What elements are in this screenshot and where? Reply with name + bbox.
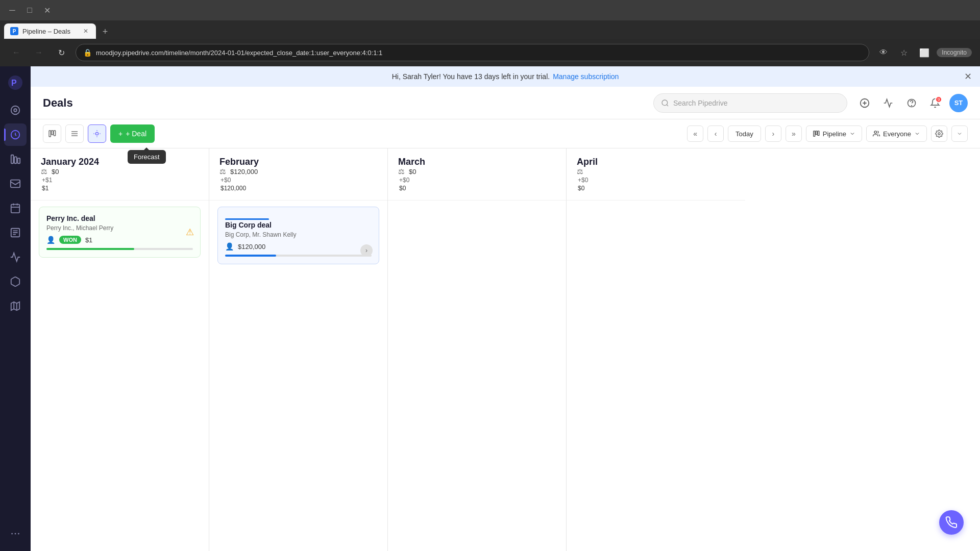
settings-button[interactable]	[931, 126, 947, 142]
deal-person-icon: 👤	[46, 236, 55, 244]
sidebar-item-deals[interactable]	[4, 123, 27, 146]
star-button[interactable]: ☆	[896, 44, 912, 61]
minimize-button[interactable]: ─	[5, 3, 19, 17]
deal-subtitle-bigcorp: Big Corp, Mr. Shawn Kelly	[225, 231, 372, 238]
first-page-button[interactable]: «	[687, 126, 703, 142]
deal-card-bigcorp[interactable]: Big Corp deal Big Corp, Mr. Shawn Kelly …	[217, 207, 379, 264]
view-options-button[interactable]	[951, 126, 968, 142]
month-stats-february: ⚖ $120,000 +$0 $120,000	[219, 167, 377, 196]
avatar[interactable]: ST	[949, 94, 968, 112]
svg-point-32	[938, 133, 940, 135]
svg-point-16	[18, 533, 19, 535]
url-text: moodjoy.pipedrive.com/timeline/month/202…	[96, 49, 382, 57]
month-plus-january: +$1	[41, 177, 199, 184]
view-toolbar: + + Deal « ‹ Today › » Pipeline	[31, 119, 980, 148]
month-column-february: February ⚖ $120,000 +$0 $120,000	[209, 148, 388, 551]
deal-badge-perry: WON	[59, 236, 81, 244]
sidebar-item-reports[interactable]	[4, 221, 27, 244]
url-bar[interactable]: 🔒 moodjoy.pipedrive.com/timeline/month/2…	[76, 44, 869, 61]
sidebar-item-products[interactable]	[4, 270, 27, 293]
everyone-dropdown[interactable]: Everyone	[866, 126, 927, 142]
deal-action-bigcorp[interactable]: ›	[360, 244, 373, 257]
svg-point-20	[912, 105, 912, 106]
month-header-january: January 2024 ⚖ $0 +$1 $1	[31, 148, 209, 201]
close-button[interactable]: ✕	[40, 3, 54, 17]
balance-icon-march: ⚖	[398, 167, 405, 176]
reload-button[interactable]: ↻	[53, 44, 69, 61]
forecast-view-button[interactable]	[88, 124, 106, 143]
deal-person-icon-bigcorp: 👤	[225, 242, 234, 251]
kanban-view-button[interactable]	[43, 124, 61, 143]
new-tab-button[interactable]: +	[98, 24, 112, 39]
month-column-april: April ⚖ +$0 $0	[567, 148, 745, 551]
extension-button[interactable]: ⬜	[916, 44, 933, 61]
active-tab[interactable]: P Pipeline – Deals ✕	[4, 23, 96, 39]
page-title: Deals	[43, 96, 73, 110]
banner-text: Hi, Sarah Tyler! You have 13 days left i…	[392, 72, 550, 81]
tab-close-button[interactable]: ✕	[82, 27, 90, 35]
svg-rect-30	[818, 131, 819, 136]
search-icon	[661, 99, 669, 107]
month-plus-february: +$0	[219, 177, 377, 184]
help-fab-button[interactable]	[939, 510, 964, 535]
deal-amount-bigcorp: $120,000	[238, 243, 265, 251]
month-value-march: $0	[409, 168, 416, 176]
list-view-button[interactable]	[65, 124, 84, 143]
month-total-january: $1	[41, 185, 199, 192]
sidebar-item-insights[interactable]	[4, 246, 27, 268]
svg-rect-9	[11, 205, 20, 213]
balance-icon-april: ⚖	[577, 167, 583, 176]
svg-rect-6	[14, 157, 17, 163]
add-button[interactable]	[855, 94, 874, 112]
notification-button[interactable]: 9	[926, 94, 944, 112]
balance-icon-january: ⚖	[41, 167, 47, 176]
chevron-down-icon	[849, 131, 855, 137]
month-stats-march: ⚖ $0 +$0 $0	[398, 167, 556, 196]
sidebar-item-pipeline[interactable]	[4, 148, 27, 170]
svg-rect-23	[54, 131, 55, 136]
app-logo[interactable]: P	[5, 72, 26, 93]
back-button[interactable]: ←	[8, 44, 24, 61]
warning-icon-perry: ⚠	[186, 227, 194, 238]
sidebar-item-calendar[interactable]	[4, 197, 27, 219]
tab-title: Pipeline – Deals	[22, 28, 70, 35]
svg-rect-29	[816, 131, 817, 135]
next-page-button[interactable]: ›	[765, 126, 781, 142]
banner-close-button[interactable]: ✕	[964, 71, 972, 82]
maximize-button[interactable]: □	[22, 3, 37, 17]
add-deal-button[interactable]: + + Deal	[110, 124, 155, 143]
forward-button[interactable]: →	[31, 44, 47, 61]
month-header-march: March ⚖ $0 +$0 $0	[388, 148, 566, 201]
search-bar[interactable]: Search Pipedrive	[653, 93, 847, 113]
deal-card-perry[interactable]: Perry Inc. deal Perry Inc., Michael Perr…	[39, 207, 201, 258]
month-column-january: January 2024 ⚖ $0 +$1 $1 Perry Inc. dea	[31, 148, 209, 551]
activity-button[interactable]	[879, 94, 897, 112]
prev-page-button[interactable]: ‹	[707, 126, 724, 142]
today-button[interactable]: Today	[728, 126, 761, 142]
incognito-badge: Incognito	[937, 48, 972, 57]
month-name-january: January 2024	[41, 157, 199, 167]
svg-rect-8	[11, 180, 20, 188]
deal-progress-bar-perry	[46, 248, 134, 250]
svg-point-3	[14, 109, 17, 112]
manage-subscription-link[interactable]: Manage subscription	[553, 72, 619, 81]
add-deal-icon: +	[118, 130, 122, 138]
search-placeholder: Search Pipedrive	[673, 99, 728, 107]
svg-point-17	[662, 100, 668, 106]
pipeline-dropdown[interactable]: Pipeline	[806, 126, 862, 142]
trial-banner: Hi, Sarah Tyler! You have 13 days left i…	[31, 66, 980, 87]
sidebar-item-map[interactable]	[4, 295, 27, 317]
sidebar-item-mail[interactable]	[4, 172, 27, 195]
svg-text:P: P	[11, 79, 17, 87]
sidebar-item-home[interactable]	[4, 99, 27, 121]
help-button[interactable]	[902, 94, 921, 112]
month-column-march: March ⚖ $0 +$0 $0	[388, 148, 567, 551]
deal-progress-bar-bigcorp	[225, 255, 276, 257]
month-name-april: April	[577, 157, 735, 167]
month-header-february: February ⚖ $120,000 +$0 $120,000	[209, 148, 387, 201]
sidebar-more-button[interactable]	[4, 522, 27, 545]
last-page-button[interactable]: »	[786, 126, 802, 142]
deal-progress-line-bigcorp	[225, 218, 269, 220]
no-eye-icon[interactable]: 👁	[875, 44, 892, 61]
month-plus-april: +$0	[577, 177, 735, 184]
